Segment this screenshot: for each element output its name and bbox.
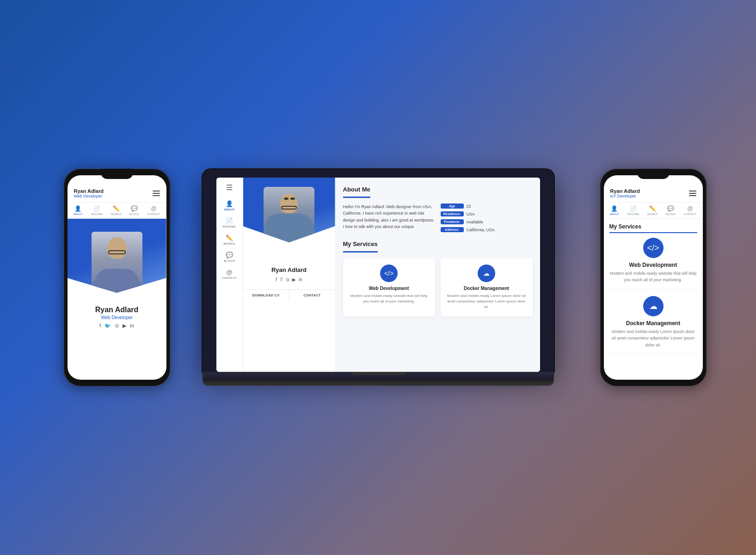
phone-left-nav: 👤 ABOUT 📄 RESUME ✏️ WORKS 💬 BLOGS [68, 203, 166, 219]
phone-left-avatar [92, 232, 142, 301]
info-badge-residence: Residence: [441, 211, 464, 216]
phone-right-screen: Ryan Adlard IoT Developer 👤 ABOUT 📄 [604, 175, 703, 380]
phone-left-hero [68, 219, 166, 293]
web-dev-icon-circle: </> [380, 265, 398, 282]
phone-left-nav-contact[interactable]: @ CONTACT [147, 205, 160, 216]
phone-left-display-name: Ryan Adlard [72, 306, 162, 314]
social-youtube-icon[interactable]: ▶ [123, 323, 126, 329]
phone-left: Ryan Adlard Web Developer 👤 ABOUT 📄 [64, 169, 170, 386]
info-row-residence: Residence: USA [441, 211, 533, 216]
docker-icon-circle: ☁ [478, 265, 495, 282]
phone-right-nav-works[interactable]: ✏️ WORKS [647, 205, 658, 216]
phone-left-social: f 🐦 ⊙ ▶ in [72, 323, 162, 329]
laptop-bezel: ☰ 👤 ABOUT 📄 RESUME ✏️ WORKS 💬 [203, 169, 554, 372]
rp-docker-icon-circle: ☁ [643, 296, 664, 316]
info-value-address: California, USA [467, 228, 495, 232]
lp-social-facebook[interactable]: f [276, 277, 277, 282]
scene: Ryan Adlard Web Developer 👤 ABOUT 📄 [78, 69, 679, 486]
phone-left-nav-about[interactable]: 👤 ABOUT [73, 205, 83, 216]
info-row-age: Age 22 [441, 204, 533, 209]
rp-docker-service-desc: Modern and mobile-ready Lorem ipsum dolo… [609, 328, 697, 348]
laptop-content: About Me Hello! I'm Ryan Adlard. Web des… [336, 178, 540, 372]
rp-code-icon: </> [647, 243, 659, 253]
laptop-profile-name: Ryan Adlard [271, 266, 307, 273]
social-github-icon[interactable]: ⊙ [115, 323, 119, 329]
lp-social-youtube[interactable]: ▶ [292, 277, 296, 282]
laptop-profile-social: f 𝕋 ⊙ ▶ in [276, 277, 302, 282]
phone-right-notch [637, 169, 670, 179]
info-badge-freelance: Freelance: [441, 219, 464, 224]
phone-left-body: Ryan Adlard Web Developer 👤 ABOUT 📄 [64, 169, 170, 386]
docker-service-desc: Modern and mobile-ready Lorem ipsum dolo… [447, 293, 526, 310]
info-value-freelance: Available [467, 220, 483, 224]
phone-left-identity: Ryan Adlard Web Developer [74, 188, 104, 198]
phone-right-content: My Services </> Web Development Modern a… [604, 219, 703, 365]
code-icon: </> [384, 270, 393, 277]
phone-right-nav-about[interactable]: 👤 ABOUT [609, 205, 619, 216]
phone-right-topbar: Ryan Adlard IoT Developer [604, 175, 703, 203]
sidebar-blogs-icon: 💬 [226, 252, 233, 259]
phone-right-nav-blogs[interactable]: 💬 BLOGS [666, 205, 676, 216]
phone-right-menu-icon[interactable] [689, 191, 696, 196]
sidebar-item-resume[interactable]: 📄 RESUME [223, 217, 236, 228]
rp-works-icon: ✏️ [649, 205, 656, 212]
rp-web-icon-circle: </> [643, 238, 664, 258]
info-row-freelance: Freelance: Available [441, 219, 533, 224]
phone-left-menu-icon[interactable] [153, 191, 160, 196]
social-facebook-icon[interactable]: f [99, 323, 101, 329]
phone-right-nav-resume[interactable]: 📄 RESUME [627, 205, 639, 216]
rp-cloud-icon: ☁ [649, 301, 658, 311]
resume-doc-icon: 📄 [93, 205, 100, 212]
phone-right-name: Ryan Adlard [610, 188, 640, 194]
info-value-residence: USA [467, 212, 475, 216]
phone-left-nav-works[interactable]: ✏️ WORKS [111, 205, 122, 216]
contact-at-icon: @ [151, 205, 156, 212]
lp-social-twitter[interactable]: 𝕋 [280, 277, 283, 282]
rp-service-web: </> Web Development Modern and mobile-re… [609, 238, 697, 290]
lp-social-linkedin[interactable]: in [299, 277, 302, 282]
phone-left-topbar: Ryan Adlard Web Developer [68, 175, 166, 203]
profile-hero-bg [243, 178, 335, 242]
rp-blogs-icon: 💬 [667, 205, 674, 212]
rp-resume-icon: 📄 [630, 205, 637, 212]
sidebar-item-works[interactable]: ✏️ WORKS [223, 234, 235, 245]
rp-services-title: My Services [609, 223, 697, 233]
phone-right-nav-contact[interactable]: @ CONTACT [683, 205, 697, 216]
service-card-web: </> Web Development Modern and mobile-re… [343, 258, 435, 316]
laptop-menu-icon[interactable]: ☰ [226, 183, 233, 192]
phone-left-name: Ryan Adlard [74, 188, 104, 194]
info-value-age: 22 [467, 204, 471, 209]
phone-left-nav-resume[interactable]: 📄 RESUME [91, 205, 103, 216]
profile-avatar [264, 187, 314, 247]
laptop-sidebar: ☰ 👤 ABOUT 📄 RESUME ✏️ WORKS 💬 [216, 178, 243, 372]
sidebar-item-about[interactable]: 👤 ABOUT [224, 200, 235, 211]
phone-left-notch [101, 169, 133, 179]
sidebar-item-blogs[interactable]: 💬 BLOGS [224, 252, 235, 262]
sidebar-contact-icon: @ [226, 269, 232, 276]
rp-service-docker: ☁ Docker Management Modern and mobile-re… [609, 296, 697, 354]
download-cv-button[interactable]: DOWNLOAD CV [243, 290, 289, 301]
laptop-screen: ☰ 👤 ABOUT 📄 RESUME ✏️ WORKS 💬 [216, 178, 540, 372]
social-twitter-icon[interactable]: 🐦 [104, 323, 111, 329]
phone-left-role: Web Developer [74, 194, 104, 198]
about-text: Hello! I'm Ryan Adlard. Web designer fro… [343, 204, 435, 232]
rp-docker-service-name: Docker Management [609, 320, 697, 327]
phone-left-nav-blogs[interactable]: 💬 BLOGS [129, 205, 139, 216]
about-person-icon: 👤 [74, 205, 81, 212]
sidebar-about-icon: 👤 [226, 200, 233, 207]
works-pencil-icon: ✏️ [113, 205, 120, 212]
phone-left-display-role: Web Developer [72, 315, 162, 320]
sidebar-item-contact[interactable]: @ CONTACT [222, 269, 237, 279]
cloud-icon: ☁ [483, 270, 490, 277]
social-linkedin-icon[interactable]: in [130, 323, 134, 329]
sidebar-resume-icon: 📄 [226, 217, 233, 224]
docker-service-name: Docker Management [447, 286, 526, 291]
laptop-main: Ryan Adlard f 𝕋 ⊙ ▶ in DOWNLOAD CV CONTA… [243, 178, 540, 372]
info-badge-age: Age [441, 204, 464, 209]
phone-right: Ryan Adlard IoT Developer 👤 ABOUT 📄 [600, 169, 707, 386]
phone-right-identity: Ryan Adlard IoT Developer [610, 188, 640, 198]
contact-button[interactable]: CONTACT [289, 290, 335, 301]
rp-web-service-name: Web Development [609, 262, 697, 268]
lp-social-github[interactable]: ⊙ [286, 277, 289, 282]
laptop-profile-buttons: DOWNLOAD CV CONTACT [243, 290, 335, 301]
